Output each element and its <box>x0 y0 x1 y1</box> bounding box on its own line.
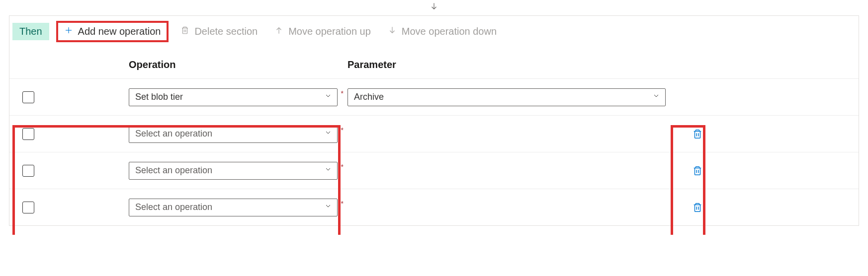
required-mark: * <box>341 89 344 97</box>
add-new-operation-button[interactable]: Add new operation <box>56 21 169 42</box>
operation-cell: Set blob tier* <box>129 88 338 106</box>
operation-select-value: Select an operation <box>135 129 212 139</box>
row-checkbox[interactable] <box>22 128 34 140</box>
delete-row-button[interactable] <box>691 127 704 141</box>
then-section-panel: Then Add new operation Delete <box>9 15 859 226</box>
table-row: Select an operation* <box>9 152 859 189</box>
operation-cell: Select an operation* <box>129 125 338 143</box>
actions-cell <box>666 127 859 141</box>
section-toolbar: Then Add new operation Delete <box>9 16 859 49</box>
arrow-down-icon <box>388 26 397 37</box>
row-checkbox[interactable] <box>22 165 34 177</box>
delete-section-label: Delete section <box>194 26 258 37</box>
arrow-down-icon <box>430 2 438 11</box>
actions-cell <box>666 201 859 214</box>
required-mark: * <box>341 200 344 207</box>
header-operation: Operation <box>129 59 338 70</box>
operations-table: Set blob tier*ArchiveSelect an operation… <box>9 78 859 225</box>
operation-select-value: Select an operation <box>135 202 212 212</box>
row-checkbox[interactable] <box>22 91 34 103</box>
checkbox-cell <box>9 128 129 140</box>
parameter-select[interactable]: Archive <box>347 88 666 106</box>
operation-select[interactable]: Select an operation <box>129 199 338 216</box>
column-headers: Operation Parameter <box>9 49 859 78</box>
move-operation-down-button[interactable]: Move operation down <box>383 23 502 40</box>
header-parameter: Parameter <box>347 59 396 70</box>
delete-section-button[interactable]: Delete section <box>175 23 262 40</box>
move-down-label: Move operation down <box>402 26 497 37</box>
operation-cell: Select an operation* <box>129 162 338 180</box>
add-new-operation-label: Add new operation <box>78 26 161 37</box>
actions-cell <box>666 164 859 178</box>
plus-icon <box>64 26 73 37</box>
chevron-down-icon <box>652 92 660 100</box>
operation-select-value: Select an operation <box>135 165 212 176</box>
table-row: Set blob tier*Archive <box>9 78 859 115</box>
table-row: Select an operation* <box>9 115 859 152</box>
required-mark: * <box>341 126 344 134</box>
required-mark: * <box>341 163 344 171</box>
parameter-select-value: Archive <box>354 92 384 102</box>
delete-row-button[interactable] <box>691 201 704 214</box>
checkbox-cell <box>9 91 129 103</box>
move-up-label: Move operation up <box>288 26 371 37</box>
trash-icon <box>180 26 189 37</box>
chevron-down-icon <box>324 92 332 100</box>
then-chip: Then <box>12 23 49 40</box>
operation-cell: Select an operation* <box>129 199 338 216</box>
operation-select[interactable]: Select an operation <box>129 162 338 180</box>
top-arrow <box>0 0 868 12</box>
checkbox-cell <box>9 202 129 213</box>
row-checkbox[interactable] <box>22 202 34 213</box>
delete-row-button[interactable] <box>691 164 704 178</box>
move-operation-up-button[interactable]: Move operation up <box>269 23 376 40</box>
operation-select[interactable]: Select an operation <box>129 125 338 143</box>
parameter-cell: Archive <box>347 88 666 106</box>
checkbox-cell <box>9 165 129 177</box>
chevron-down-icon <box>324 202 332 210</box>
operation-select-value: Set blob tier <box>135 92 183 102</box>
chevron-down-icon <box>324 129 332 137</box>
table-row: Select an operation* <box>9 189 859 225</box>
operation-select[interactable]: Set blob tier <box>129 88 338 106</box>
chevron-down-icon <box>324 165 332 173</box>
arrow-up-icon <box>274 26 283 37</box>
